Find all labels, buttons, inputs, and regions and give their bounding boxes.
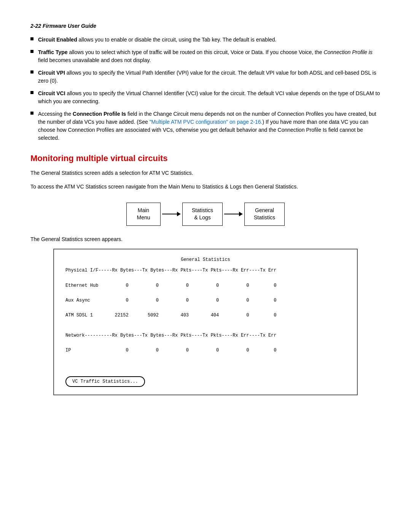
network-row-ip: IP 0 0 0 0 0 0 [65, 347, 346, 354]
bullet-bold: Connection Profile Is [73, 111, 126, 117]
bullet-icon [30, 112, 33, 115]
accessing-prefix: Accessing the [38, 111, 73, 117]
bullet-text-traffic-type: Traffic Type allows you to select which … [38, 48, 381, 64]
body-paragraph-2: To access the ATM VC Statistics screen n… [30, 182, 381, 191]
nav-box-general-statistics: General Statistics [244, 203, 285, 226]
network-header: Network----------Rx Bytes---Tx Bytes---R… [65, 332, 346, 339]
nav-diagram: Main Menu Statistics & Logs General Stat… [30, 203, 381, 226]
bullet-bold: Circuit VCI [38, 90, 65, 96]
bullet-icon [30, 37, 33, 40]
list-item: Circuit Enabled allows you to enable or … [30, 36, 381, 44]
nav-arrow-2 [224, 212, 243, 216]
physical-row-ethernet: Ethernet Hub 0 0 0 0 0 0 [65, 282, 346, 289]
nav-box-main-menu: Main Menu [126, 203, 161, 226]
bullet-icon [30, 50, 33, 53]
nav-box-statistics-logs: Statistics & Logs [182, 203, 223, 226]
bullet-italic: data [72, 119, 83, 125]
bullet-bold: Traffic Type [38, 49, 68, 55]
bullet-text-circuit-vpi: Circuit VPI allows you to specify the Vi… [38, 69, 381, 85]
nav-arrow-1 [162, 212, 181, 216]
vc-traffic-statistics-button[interactable]: VC Traffic Statistics... [65, 376, 145, 387]
physical-row-aux: Aux Async 0 0 0 0 0 0 [65, 297, 346, 304]
body-paragraph-1: The General Statistics screen adds a sel… [30, 169, 381, 177]
list-item: Circuit VPI allows you to specify the Vi… [30, 69, 381, 85]
physical-header: Physical I/F-----Rx Bytes---Tx Bytes---R… [65, 267, 346, 274]
screen-intro-text: The General Statistics screen appears. [30, 235, 381, 243]
section-heading: Monitoring multiple virtual circuits [30, 153, 381, 163]
bullet-list: Circuit Enabled allows you to enable or … [30, 36, 381, 142]
general-statistics-screen: General Statistics Physical I/F-----Rx B… [53, 249, 358, 395]
atm-pvc-link[interactable]: "Multiple ATM PVC configuration" on page… [150, 119, 263, 125]
page-header: 2-22 Firmware User Guide [30, 23, 381, 29]
list-item: Circuit VCI allows you to specify the Vi… [30, 89, 381, 105]
bullet-bold: Circuit Enabled [38, 37, 77, 43]
bullet-text-circuit-vci: Circuit VCI allows you to specify the Vi… [38, 89, 381, 105]
screen-title: General Statistics [65, 257, 346, 262]
list-item: Traffic Type allows you to select which … [30, 48, 381, 64]
bullet-text-circuit-enabled: Circuit Enabled allows you to enable or … [38, 36, 381, 44]
bullet-italic: Connection Profile is [323, 49, 372, 55]
bullet-icon [30, 91, 33, 94]
bullet-bold: Circuit VPI [38, 70, 65, 76]
bullet-text-connection-profile: Accessing the Connection Profile Is fiel… [38, 110, 381, 142]
physical-row-atm: ATM SDSL 1 22152 5092 403 404 0 0 [65, 312, 346, 319]
list-item: Accessing the Connection Profile Is fiel… [30, 110, 381, 142]
bullet-icon [30, 70, 33, 73]
